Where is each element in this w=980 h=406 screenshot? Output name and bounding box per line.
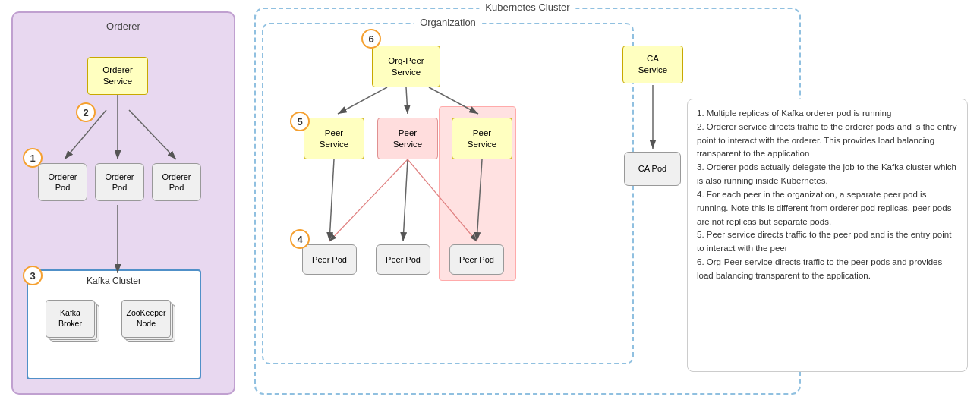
orderer-pod-2: Orderer Pod (95, 163, 144, 201)
notes-box: 1. Multiple replicas of Kafka orderer po… (687, 99, 968, 372)
ca-service-box: CA Service (622, 46, 683, 83)
badge-6: 6 (361, 29, 381, 49)
badge-5: 5 (290, 112, 310, 131)
badge-2: 2 (76, 102, 96, 122)
peer-service-2: Peer Service (377, 118, 438, 159)
orderer-pod-3: Orderer Pod (152, 163, 201, 201)
orderer-label: Orderer (106, 20, 140, 32)
badge-4: 4 (290, 229, 310, 249)
badge-3: 3 (23, 266, 43, 285)
kafka-broker-front: Kafka Broker (46, 300, 95, 338)
orderer-pod-1: Orderer Pod (38, 163, 87, 201)
kubernetes-cluster-label: Kubernetes Cluster (479, 2, 575, 13)
ca-pod-box: CA Pod (624, 152, 681, 186)
organization-label: Organization (414, 17, 482, 28)
peer-pod-1: Peer Pod (302, 244, 357, 275)
org-peer-service-box: Org-Peer Service (372, 46, 440, 87)
peer-pod-2: Peer Pod (376, 244, 430, 275)
kafka-cluster-label: Kafka Cluster (87, 275, 141, 286)
orderer-service-box: Orderer Service (87, 57, 148, 95)
badge-1: 1 (23, 148, 43, 168)
zookeeper-front: ZooKeeper Node (121, 300, 171, 338)
notes-text: 1. Multiple replicas of Kafka orderer po… (697, 109, 956, 280)
peer-service-1: Peer Service (304, 118, 364, 159)
peer-pod-3: Peer Pod (449, 244, 504, 275)
peer-service-3: Peer Service (452, 118, 512, 159)
main-container: Kubernetes Cluster Orderer Organization … (0, 0, 980, 406)
